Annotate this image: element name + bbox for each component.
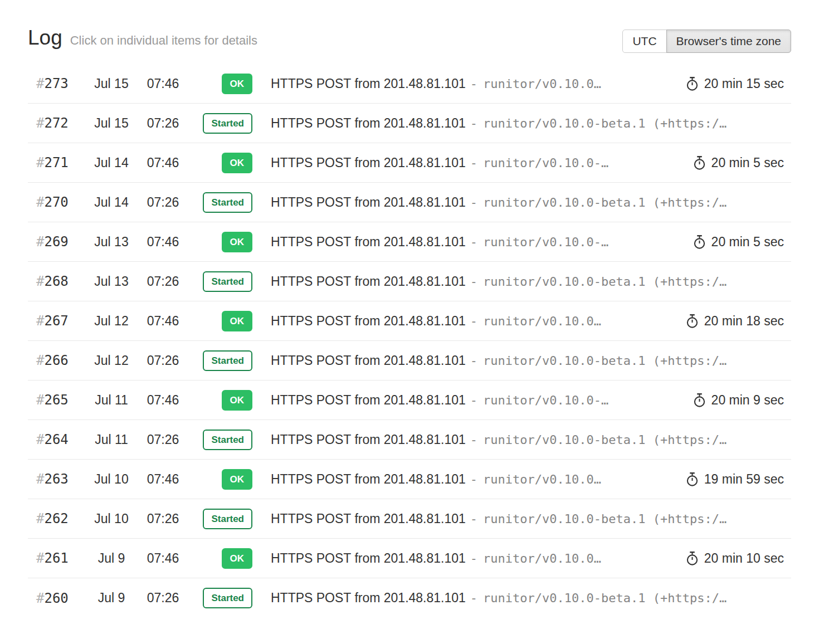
hash-prefix: #: [36, 274, 44, 289]
hash-prefix: #: [36, 432, 44, 447]
hash-prefix: #: [36, 155, 44, 170]
event-duration: 20 min 5 sec: [693, 235, 784, 250]
user-agent-text: -runitor/v0.10.0-beta.1 (+https:/…: [466, 512, 727, 526]
event-date: Jul 14: [86, 155, 136, 170]
duration-text: 20 min 9 sec: [711, 393, 784, 408]
status-badge-cell: Started: [189, 509, 252, 529]
event-date: Jul 14: [86, 195, 136, 210]
event-time: 07:26: [136, 274, 189, 289]
title-group: Log Click on individual items for detail…: [28, 27, 257, 50]
event-text: HTTPS POST from 201.48.81.101: [271, 472, 466, 486]
status-badge-cell: OK: [189, 390, 252, 411]
status-badge: OK: [222, 153, 253, 173]
event-time: 07:26: [136, 353, 189, 368]
status-badge: Started: [203, 271, 252, 292]
log-row[interactable]: #262 Jul 10 07:26 Started HTTPS POST fro…: [28, 499, 791, 539]
event-text: HTTPS POST from 201.48.81.101: [271, 591, 466, 605]
duration-text: 20 min 10 sec: [704, 551, 784, 566]
hash-prefix: #: [36, 471, 44, 487]
log-row[interactable]: #268 Jul 13 07:26 Started HTTPS POST fro…: [28, 262, 791, 301]
status-badge: OK: [222, 311, 253, 331]
log-row[interactable]: #261 Jul 9 07:46 OK HTTPS POST from 201.…: [28, 539, 791, 578]
log-row[interactable]: #270 Jul 14 07:26 Started HTTPS POST fro…: [28, 183, 791, 222]
log-row[interactable]: #271 Jul 14 07:46 OK HTTPS POST from 201…: [28, 143, 791, 183]
user-agent-text: -runitor/v0.10.0…: [466, 472, 601, 486]
event-number: #272: [36, 115, 86, 131]
status-badge-cell: OK: [189, 232, 252, 252]
status-badge-cell: OK: [189, 74, 252, 94]
event-time: 07:46: [136, 155, 189, 170]
user-agent-text: -runitor/v0.10.0-…: [466, 393, 608, 407]
browser-timezone-button[interactable]: Browser's time zone: [666, 30, 791, 53]
event-time: 07:26: [136, 511, 189, 526]
page-header: Log Click on individual items for detail…: [28, 27, 791, 53]
status-badge-cell: Started: [189, 271, 252, 292]
event-text: HTTPS POST from 201.48.81.101: [271, 195, 466, 209]
stopwatch-icon: [685, 314, 699, 329]
event-text: HTTPS POST from 201.48.81.101: [271, 551, 466, 565]
event-time: 07:26: [136, 116, 189, 131]
event-text: HTTPS POST from 201.48.81.101: [271, 511, 466, 526]
event-time: 07:26: [136, 591, 189, 606]
event-text: HTTPS POST from 201.48.81.101: [271, 314, 466, 328]
page-subtitle: Click on individual items for details: [70, 33, 257, 48]
log-row[interactable]: #265 Jul 11 07:46 OK HTTPS POST from 201…: [28, 380, 791, 420]
duration-text: 20 min 15 sec: [704, 76, 784, 91]
utc-button[interactable]: UTC: [622, 30, 666, 53]
status-badge: OK: [222, 469, 253, 490]
event-number: #267: [36, 313, 86, 329]
event-number: #264: [36, 432, 86, 447]
event-time: 07:46: [136, 551, 189, 566]
event-time: 07:46: [136, 76, 189, 91]
event-time: 07:46: [136, 314, 189, 329]
duration-text: 20 min 5 sec: [711, 155, 784, 170]
event-text: HTTPS POST from 201.48.81.101: [271, 353, 466, 368]
event-description: HTTPS POST from 201.48.81.101-runitor/v0…: [271, 472, 676, 487]
event-number: #271: [36, 155, 86, 170]
event-text: HTTPS POST from 201.48.81.101: [271, 155, 466, 170]
event-duration: 20 min 5 sec: [693, 155, 784, 170]
hash-prefix: #: [36, 511, 44, 526]
event-description: HTTPS POST from 201.48.81.101-runitor/v0…: [271, 591, 784, 606]
status-badge-cell: Started: [189, 192, 252, 213]
log-row[interactable]: #264 Jul 11 07:26 Started HTTPS POST fro…: [28, 420, 791, 460]
event-description: HTTPS POST from 201.48.81.101-runitor/v0…: [271, 511, 784, 526]
event-text: HTTPS POST from 201.48.81.101: [271, 274, 466, 289]
event-time: 07:26: [136, 432, 189, 447]
duration-text: 19 min 59 sec: [704, 472, 784, 487]
log-row[interactable]: #272 Jul 15 07:26 Started HTTPS POST fro…: [28, 104, 791, 143]
event-date: Jul 11: [86, 393, 136, 408]
status-badge-cell: Started: [189, 113, 252, 134]
log-row[interactable]: #269 Jul 13 07:46 OK HTTPS POST from 201…: [28, 222, 791, 262]
event-text: HTTPS POST from 201.48.81.101: [271, 393, 466, 407]
event-date: Jul 13: [86, 235, 136, 250]
user-agent-text: -runitor/v0.10.0…: [466, 552, 601, 565]
status-badge-cell: Started: [189, 350, 252, 371]
stopwatch-icon: [693, 155, 706, 170]
log-row[interactable]: #263 Jul 10 07:46 OK HTTPS POST from 201…: [28, 460, 791, 499]
log-row[interactable]: #260 Jul 9 07:26 Started HTTPS POST from…: [28, 578, 791, 618]
log-row[interactable]: #267 Jul 12 07:46 OK HTTPS POST from 201…: [28, 301, 791, 341]
event-date: Jul 15: [86, 116, 136, 131]
log-row[interactable]: #266 Jul 12 07:26 Started HTTPS POST fro…: [28, 341, 791, 380]
event-number: #270: [36, 194, 86, 210]
log-row[interactable]: #273 Jul 15 07:46 OK HTTPS POST from 201…: [28, 64, 791, 104]
stopwatch-icon: [693, 393, 706, 408]
hash-prefix: #: [36, 76, 44, 91]
status-badge-cell: Started: [189, 588, 252, 608]
status-badge: OK: [222, 548, 253, 569]
event-duration: 20 min 9 sec: [693, 393, 784, 408]
event-date: Jul 9: [86, 591, 136, 606]
status-badge: Started: [203, 192, 252, 213]
event-date: Jul 15: [86, 76, 136, 91]
status-badge-cell: OK: [189, 153, 252, 173]
event-text: HTTPS POST from 201.48.81.101: [271, 76, 466, 91]
event-duration: 19 min 59 sec: [685, 472, 784, 487]
event-number: #266: [36, 353, 86, 368]
status-badge: Started: [203, 350, 252, 371]
hash-prefix: #: [36, 392, 44, 408]
status-badge: Started: [203, 509, 252, 529]
user-agent-text: -runitor/v0.10.0-…: [466, 156, 608, 170]
status-badge-cell: Started: [189, 430, 252, 450]
event-time: 07:46: [136, 235, 189, 250]
